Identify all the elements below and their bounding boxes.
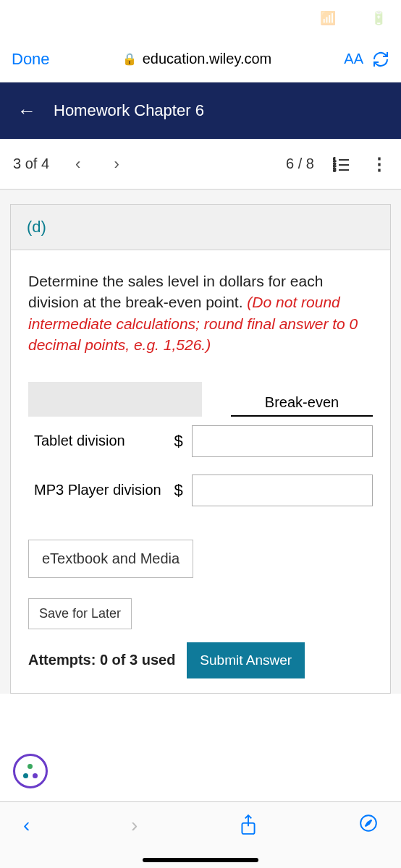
attempts-row: Attempts: 0 of 3 used Submit Answer [28,642,373,678]
tablet-breakeven-input[interactable] [192,425,373,457]
browser-back-button[interactable]: ‹ [23,814,30,837]
etextbook-button[interactable]: eTextbook and Media [28,540,193,578]
dollar-sign: $ [168,432,189,451]
row-label-mp3: MP3 Player division [28,482,168,498]
status-bar: 10:27 📶 50% 🔋 [0,0,401,36]
signal-icon: 📶 [320,10,336,26]
battery-text: 50% [340,11,366,26]
table-row: MP3 Player division $ [28,466,373,515]
table-header-row: Break-even [28,382,373,417]
status-time: 10:27 [14,11,48,26]
text-size-button[interactable]: AA [344,51,363,67]
question-list-icon[interactable]: 123 [333,156,350,173]
help-dots-icon [23,764,38,778]
help-widget-button[interactable] [13,754,48,788]
submit-answer-button[interactable]: Submit Answer [187,642,305,678]
question-text: Determine the sales level in dollars for… [28,271,373,356]
more-options-icon[interactable]: ⋮ [371,154,388,174]
action-row: Save for Later [28,598,373,629]
assignment-title: Homework Chapter 6 [54,101,204,120]
svg-marker-8 [366,820,372,827]
svg-text:1: 1 [333,157,336,162]
save-for-later-button[interactable]: Save for Later [28,598,132,629]
assignment-header: ← Homework Chapter 6 [0,82,401,139]
attempts-text: Attempts: 0 of 3 used [28,652,175,668]
status-right: 📶 50% 🔋 [320,10,387,26]
part-label: (d) [11,205,390,250]
question-card: (d) Determine the sales level in dollars… [10,204,391,694]
next-question-button[interactable]: › [101,155,132,174]
battery-icon: 🔋 [371,10,387,26]
lock-icon: 🔒 [122,52,137,66]
prev-question-button[interactable]: ‹ [62,155,93,174]
svg-text:2: 2 [333,162,336,167]
share-icon[interactable] [239,814,258,835]
dollar-sign: $ [168,481,189,500]
question-counter: 3 of 4 [13,156,49,172]
back-arrow-icon[interactable]: ← [17,100,36,122]
question-nav-bar: 3 of 4 ‹ › 6 / 8 123 ⋮ [0,139,401,190]
answer-table: Break-even Tablet division $ MP3 Player … [28,382,373,515]
content-area: (d) Determine the sales level in dollars… [0,190,401,694]
safari-bar: Done 🔒 education.wiley.com AA [0,36,401,82]
part-counter: 6 / 8 [286,156,314,172]
url-display[interactable]: 🔒 education.wiley.com [59,51,336,67]
url-text: education.wiley.com [143,51,272,67]
table-header-breakeven: Break-even [231,394,373,417]
mp3-breakeven-input[interactable] [192,475,373,506]
svg-text:3: 3 [333,167,336,172]
table-header-blank [28,382,202,417]
refresh-icon[interactable] [372,51,389,68]
home-indicator[interactable] [143,858,258,862]
table-row: Tablet division $ [28,417,373,466]
browser-forward-button[interactable]: › [131,814,138,837]
row-label-tablet: Tablet division [28,433,168,449]
safari-compass-icon[interactable] [359,814,378,833]
done-button[interactable]: Done [12,50,50,69]
